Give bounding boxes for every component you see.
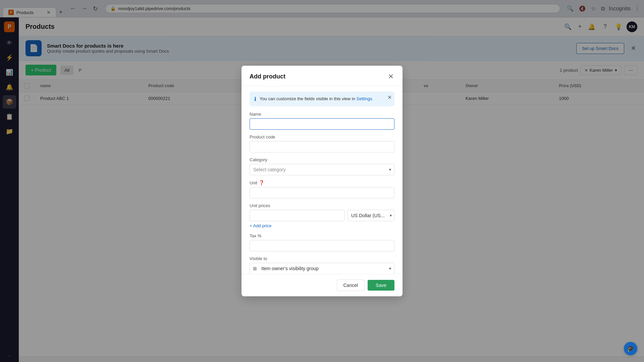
visible-to-label: Visible to [250, 256, 394, 261]
info-banner-close-button[interactable]: ✕ [387, 94, 392, 101]
product-code-input[interactable] [250, 141, 394, 153]
visible-to-field-group: Visible to ⊞ Item owner's visibility gro… [250, 256, 394, 274]
name-field-group: Name [250, 112, 394, 130]
unit-prices-field-group: Unit prices US Dollar (US... ▾ + Add pri… [250, 203, 394, 229]
modal-title: Add product [250, 73, 285, 80]
modal-overlay[interactable]: Add product ✕ ℹ You can customize the fi… [0, 0, 644, 362]
tax-field-group: Tax % [250, 233, 394, 251]
tax-label: Tax % [250, 233, 394, 238]
add-price-link[interactable]: + Add price [250, 223, 271, 228]
info-text: You can customize the fields visible in … [260, 96, 355, 101]
product-code-label: Product code [250, 134, 394, 139]
unit-field-group: Unit ❓ [250, 180, 394, 198]
name-label: Name [250, 112, 394, 117]
name-input[interactable] [250, 118, 394, 130]
info-icon: ℹ [254, 96, 256, 102]
unit-input[interactable] [250, 187, 394, 198]
customize-fields-banner: ℹ You can customize the fields visible i… [250, 92, 394, 106]
category-select-wrapper: Select category ▾ [250, 164, 394, 175]
modal-header: Add product ✕ [241, 66, 402, 86]
add-product-modal: Add product ✕ ℹ You can customize the fi… [241, 66, 402, 296]
modal-body: ℹ You can customize the fields visible i… [241, 86, 402, 274]
unit-price-input[interactable] [250, 210, 345, 221]
unit-prices-label: Unit prices [250, 203, 394, 208]
save-button[interactable]: Save [368, 280, 394, 291]
product-code-field-group: Product code [250, 134, 394, 153]
unit-help-icon[interactable]: ❓ [259, 180, 264, 185]
visible-to-select[interactable]: Item owner's visibility group [250, 263, 394, 274]
category-label: Category [250, 157, 394, 162]
modal-footer: Cancel Save [241, 274, 402, 296]
category-field-group: Category Select category ▾ [250, 157, 394, 175]
visible-to-select-wrapper: ⊞ Item owner's visibility group ▾ [250, 263, 394, 274]
currency-select[interactable]: US Dollar (US... [347, 210, 394, 221]
currency-select-wrapper: US Dollar (US... ▾ [347, 210, 394, 221]
help-fab-button[interactable]: 🎓 [624, 342, 637, 355]
tax-input[interactable] [250, 240, 394, 251]
modal-close-button[interactable]: ✕ [387, 72, 394, 80]
settings-link[interactable]: Settings. [357, 96, 374, 101]
info-banner-text: You can customize the fields visible in … [260, 96, 373, 102]
unit-prices-row: US Dollar (US... ▾ [250, 210, 394, 221]
category-select[interactable]: Select category [250, 164, 394, 175]
unit-label: Unit ❓ [250, 180, 394, 185]
cancel-button[interactable]: Cancel [337, 280, 364, 291]
